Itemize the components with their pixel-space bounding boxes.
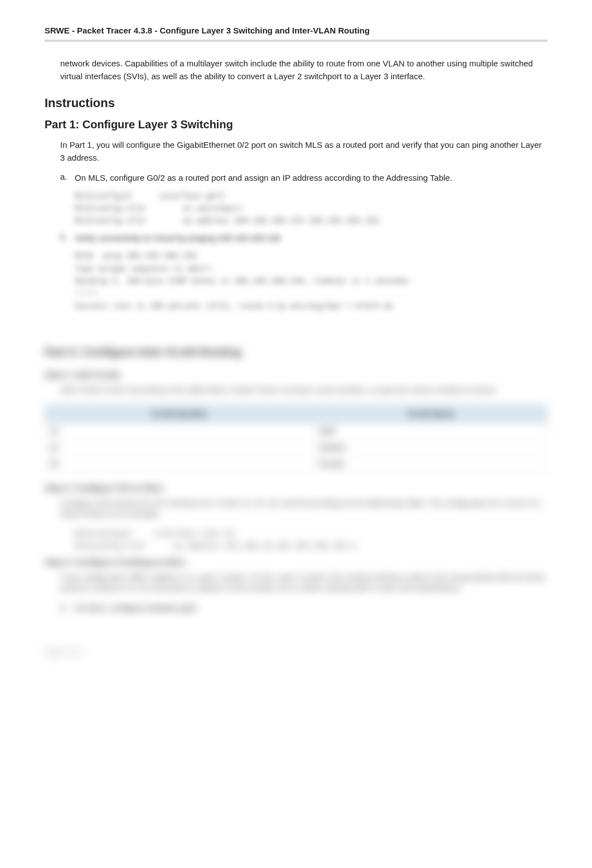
table-cell: Faculty bbox=[314, 455, 547, 471]
step-letter: a. bbox=[60, 602, 75, 615]
part1-step-a: a. On MLS, configure G0/2 as a routed po… bbox=[60, 172, 547, 185]
code-line: MLS(config-if)# ip address 209.165.200.2… bbox=[75, 215, 547, 227]
table-cell: 20 bbox=[45, 439, 314, 455]
part2-step3-heading: Step 3: Configure Trunking on MLS. bbox=[45, 557, 547, 567]
table-header: VLAN Number bbox=[45, 404, 314, 423]
part2-step2-heading: Step 2: Configure SVI on MLS. bbox=[45, 483, 547, 493]
code-line: MLS# ping 209.165.200.226 bbox=[75, 250, 547, 262]
code-block-1: MLS(config)# interface g0/2 MLS(config-i… bbox=[75, 190, 547, 228]
table-row: 10 Staff bbox=[45, 423, 547, 439]
table-cell: Staff bbox=[314, 423, 547, 439]
part2-step1-heading: Step 1: Add VLANs. bbox=[45, 370, 547, 379]
code-line: Type escape sequence to abort. bbox=[75, 263, 547, 275]
step-letter: b. bbox=[60, 232, 75, 245]
code-line: MLS(config-if)# ip address 192.168.10.25… bbox=[75, 540, 547, 552]
code-line: !!!!! bbox=[75, 287, 547, 300]
part2-heading: Part 2: Configure Inter-VLAN Routing bbox=[45, 346, 547, 359]
part1-heading: Part 1: Configure Layer 3 Switching bbox=[45, 118, 547, 131]
table-row: 20 Student bbox=[45, 439, 547, 455]
step-text: On MLS, configure G0/2 as a routed port … bbox=[75, 172, 452, 185]
step-text: Verify connectivity to Cloud by pinging … bbox=[75, 232, 280, 245]
table-cell: 10 bbox=[45, 423, 314, 439]
code-line: MLS(config)# interface g0/2 bbox=[75, 190, 547, 202]
part2-step1-body: Add VLANs to MLS according to the table … bbox=[60, 385, 547, 396]
code-line: Sending 5, 100-byte ICMP Echos to 209.16… bbox=[75, 275, 547, 287]
code-line: Success rate is 100 percent (5/5), round… bbox=[75, 300, 547, 312]
vlan-table: VLAN Number VLAN Name 10 Staff 20 Studen… bbox=[45, 404, 547, 472]
part2-step3-body: Trunk configuration differs slightly on … bbox=[60, 572, 547, 594]
document-header-title: SRWE - Packet Tracer 4.3.8 - Configure L… bbox=[45, 22, 547, 42]
part1-body: In Part 1, you will configure the Gigabi… bbox=[60, 139, 547, 164]
code-block-2: MLS# ping 209.165.200.226 Type escape se… bbox=[75, 250, 547, 312]
code-line: MLS(config-if)# no switchport bbox=[75, 202, 547, 215]
table-cell: 30 bbox=[45, 455, 314, 471]
code-block-3: MLS(config)# interface vlan 10 MLS(confi… bbox=[75, 528, 547, 553]
part2-step2-body: Configure and activate the SVI interface… bbox=[60, 498, 547, 520]
table-cell: Student bbox=[314, 439, 547, 455]
instructions-heading: Instructions bbox=[45, 96, 547, 110]
table-row: 30 Faculty bbox=[45, 455, 547, 471]
step-letter: a. bbox=[60, 172, 75, 185]
part1-step-b: b. Verify connectivity to Cloud by pingi… bbox=[60, 232, 547, 245]
table-header: VLAN Name bbox=[314, 404, 547, 423]
step-text: On MLS, configure interface g0/1. bbox=[75, 602, 200, 615]
part2-step3-substep-a: a. On MLS, configure interface g0/1. bbox=[60, 602, 547, 615]
page-footer: Page 2 of 5 bbox=[45, 648, 547, 656]
intro-paragraph: network devices. Capabilities of a multi… bbox=[60, 57, 547, 83]
code-line: MLS(config)# interface vlan 10 bbox=[75, 528, 547, 540]
